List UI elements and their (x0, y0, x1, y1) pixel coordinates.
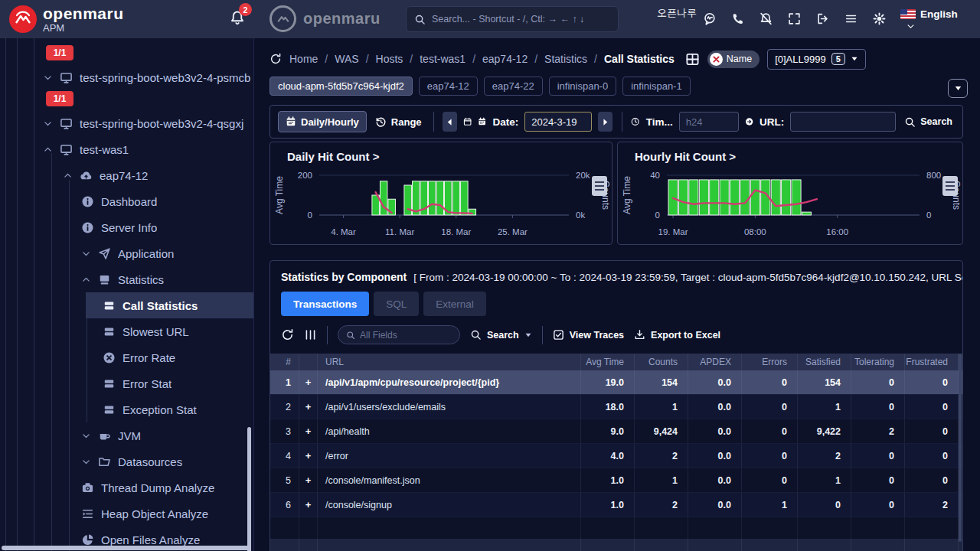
expand-icon[interactable] (788, 12, 801, 25)
tab-transactions[interactable]: Transactions (281, 292, 369, 316)
sidebar-item-thread-dump-analyze[interactable]: Thread Dump Analyze (0, 474, 253, 500)
remove-filter-icon[interactable] (710, 53, 723, 66)
global-search-input[interactable] (432, 14, 610, 24)
target-chip-infinispan-0[interactable]: infinispan-0 (549, 77, 617, 96)
phone-icon[interactable] (731, 12, 744, 25)
notifications-button[interactable]: 2 (230, 10, 250, 30)
breadcrumb-link-statistics[interactable]: Statistics (544, 53, 587, 65)
sidebar-item-slowest-url[interactable]: Slowest URL (86, 318, 253, 344)
table-row[interactable]: 5+/console/manifest.json1.010.00100 (270, 468, 962, 493)
sidebar-item-call-statistics[interactable]: Call Statistics (86, 292, 253, 318)
export-to-excel-button[interactable]: Export to Excel (634, 329, 720, 341)
tab-external[interactable]: External (423, 292, 486, 316)
sign-out-icon[interactable] (816, 12, 829, 25)
table-row[interactable]: 6+/console/signup1.020.01002 (270, 493, 962, 517)
sidebar-item-error-rate[interactable]: Error Rate (86, 344, 253, 370)
next-date-button[interactable] (598, 112, 612, 132)
columns-icon[interactable] (304, 328, 317, 341)
column-header-avg-time[interactable]: Avg Time (581, 354, 635, 370)
sidebar-item-error-stat[interactable]: Error Stat (86, 370, 253, 396)
column-header-[interactable]: # (270, 354, 299, 370)
breadcrumb-link-hosts[interactable]: Hosts (376, 53, 403, 65)
grid-view-icon[interactable] (685, 52, 700, 67)
time-input[interactable] (679, 112, 739, 132)
app-logo: openmaru APM (9, 5, 124, 33)
search-button[interactable]: Search (902, 116, 955, 128)
sidebar-item-test-spring-boot-web3v2-4-qsgxj[interactable]: test-spring-boot-web3v2-4-qsgxj (0, 110, 253, 136)
breadcrumb-link-home[interactable]: Home (289, 53, 318, 65)
language-selector[interactable]: English (900, 8, 958, 31)
daily-chart-title[interactable]: Daily Hit Count > (287, 150, 379, 163)
value-cell: 0 (742, 444, 798, 468)
bell-slash-icon[interactable] (760, 12, 773, 25)
gear-icon[interactable] (873, 12, 886, 25)
table-search (338, 325, 460, 344)
table-vertical-scrollbar[interactable] (959, 354, 962, 542)
expand-row-button[interactable]: + (299, 419, 318, 443)
range-button[interactable]: Range (373, 116, 424, 128)
refresh-icon[interactable] (281, 328, 294, 341)
tab-sql[interactable]: SQL (374, 292, 419, 316)
export-label: Export to Excel (651, 330, 720, 341)
target-chip-cloud-apm-5fd5b7c964-kjdf2[interactable]: cloud-apm-5fd5b7c964-kjdf2 (270, 77, 413, 96)
sidebar-item-test-spring-boot-web3v2-4[interactable]: test-spring-boot-web3v2-4 (0, 38, 253, 44)
previous-date-button[interactable] (443, 112, 456, 132)
sidebar-item-jvm[interactable]: JVM (0, 422, 253, 448)
target-dropdown[interactable]: [0]ALL9999 5 (767, 49, 866, 70)
column-header-satisfied[interactable]: Satisfied (798, 354, 851, 370)
column-header-expand[interactable] (299, 354, 318, 370)
calendar-date-icon (478, 116, 486, 128)
value-cell: 2 (635, 493, 688, 517)
sidebar-horizontal-scrollbar[interactable] (2, 546, 251, 550)
sidebar-item-server-info[interactable]: Server Info (0, 214, 253, 240)
sidebar-item-dashboard[interactable]: Dashboard (0, 188, 253, 214)
sidebar-item-test-was1[interactable]: test-was1 (0, 136, 253, 162)
table-search-input[interactable] (360, 330, 452, 341)
sidebar-item-datasources[interactable]: Datasources (0, 448, 253, 474)
column-header-frustrated[interactable]: Frustrated (905, 354, 959, 370)
menu-icon[interactable] (844, 12, 858, 25)
daily-hourly-button[interactable]: Daily/Hourly (278, 111, 367, 132)
column-header-tolerating[interactable]: Tolerating (851, 354, 905, 370)
column-header-url[interactable]: URL (318, 354, 581, 370)
monitoring-bubble-icon[interactable] (703, 12, 716, 25)
column-header-apdex[interactable]: APDEX (688, 354, 742, 370)
sidebar-item-test-spring-boot-web3v2-4-psmcb[interactable]: test-spring-boot-web3v2-4-psmcb (0, 64, 253, 90)
sidebar-item-application[interactable]: Application (0, 240, 253, 266)
view-traces-button[interactable]: View Traces (553, 329, 624, 341)
target-chip-eap74-22[interactable]: eap74-22 (484, 77, 543, 96)
table-row[interactable]: 1+/api/v1/apm/cpu/resource/project/{pid}… (270, 370, 962, 395)
expand-row-button[interactable]: + (299, 493, 318, 517)
sidebar-item-eap74-12[interactable]: eap74-12 (0, 162, 253, 188)
collapse-panel-button[interactable] (948, 79, 968, 98)
breadcrumb-link-test-was1[interactable]: test-was1 (420, 53, 466, 65)
openmaru-secondary-brand[interactable]: openmaru (270, 5, 381, 32)
table-row[interactable]: 3+/api/health9.09,4240.009,42220 (270, 419, 962, 444)
column-header-counts[interactable]: Counts (635, 354, 688, 370)
refresh-icon[interactable] (270, 53, 282, 65)
url-input[interactable] (790, 112, 896, 132)
column-header-errors[interactable]: Errors (742, 354, 798, 370)
sidebar-item-statistics[interactable]: Statistics (0, 266, 253, 292)
expand-row-button[interactable]: + (299, 370, 318, 394)
sidebar-item-exception-stat[interactable]: Exception Stat (86, 396, 253, 422)
breadcrumb-link-eap74-12[interactable]: eap74-12 (482, 53, 528, 65)
hourly-chart-title[interactable]: Hourly Hit Count > (635, 150, 736, 163)
table-search-button[interactable]: Search (470, 329, 532, 341)
sidebar-vertical-scrollbar[interactable] (247, 427, 251, 551)
expand-row-button[interactable]: + (299, 395, 318, 419)
target-chip-eap74-12[interactable]: eap74-12 (419, 77, 478, 96)
expand-row-button[interactable]: + (299, 444, 318, 468)
expand-row-button[interactable]: + (299, 468, 318, 492)
table-row[interactable]: 4+/error4.020.00200 (270, 444, 962, 468)
target-chip-infinispan-1[interactable]: infinispan-1 (622, 77, 691, 96)
chart-menu-icon[interactable] (942, 176, 958, 196)
chart-menu-icon[interactable] (592, 176, 607, 196)
table-row[interactable]: 2+/api/v1/users/exclude/emails18.010.001… (270, 395, 962, 419)
user-name[interactable]: 오픈나루 (657, 7, 698, 19)
breadcrumb-link-was[interactable]: WAS (335, 53, 358, 65)
calendar-outline-icon[interactable] (463, 116, 472, 128)
date-input[interactable] (524, 112, 592, 132)
sidebar-item-heap-object-analyze[interactable]: Heap Object Analyze (0, 500, 253, 527)
name-filter-tag[interactable]: Name (707, 51, 760, 68)
